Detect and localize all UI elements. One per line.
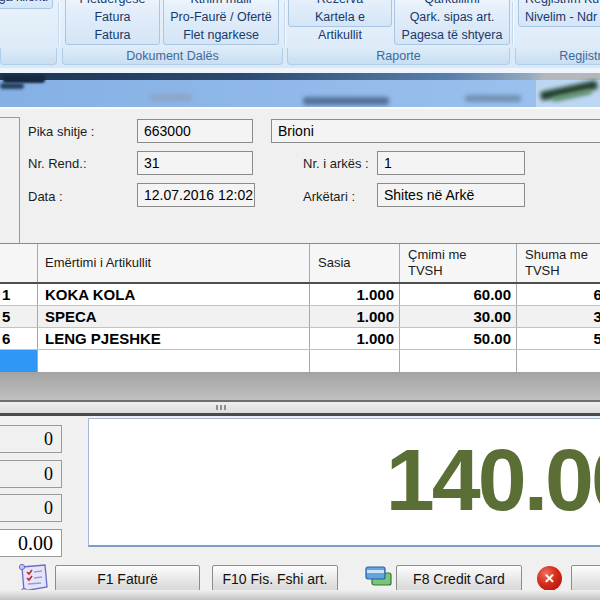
ribbon-separator — [512, 2, 514, 46]
ribbon-group-text: Regjistr — [559, 49, 600, 63]
table-row[interactable]: 5 SPECA 1.000 30.00 30.00 — [0, 306, 600, 328]
ribbon-button-kartela[interactable]: Rezerva Kartela e Artikullit — [288, 0, 392, 27]
splitter-handle[interactable] — [216, 405, 226, 410]
articles-table: Emërtimi i Artikullit Sasia Çmimi me TVS… — [0, 243, 600, 373]
ribbon-button-line: Nivelim - Ndr — [525, 8, 600, 26]
article-qty: 1.000 — [310, 306, 400, 327]
credit-card-icon[interactable] — [365, 564, 393, 592]
ribbon-button-line: Regjistrim Ku — [525, 0, 600, 8]
article-qty: 1.000 — [310, 328, 400, 349]
article-sum: 50.00 — [517, 328, 600, 349]
article-price: 30.00 — [400, 306, 517, 327]
nr-rend-label: Nr. Rend.: — [28, 156, 87, 171]
groupbox-edge — [19, 117, 20, 243]
row-number: 1 — [0, 284, 38, 305]
splitter-bar[interactable] — [0, 402, 600, 413]
data-label: Data : — [28, 189, 63, 204]
ribbon-separator — [58, 2, 60, 46]
pika-shitje-name-field[interactable]: Brioni — [271, 119, 600, 143]
article-qty: 1.000 — [310, 284, 400, 305]
nr-arke-label: Nr. i arkës : — [303, 156, 369, 171]
ribbon-button-qarkullimi[interactable]: Qarkullimi Qark. sipas art. Pagesa të sh… — [394, 0, 510, 45]
table-row[interactable]: 1 KOKA KOLA 1.000 60.00 60.00 — [0, 284, 600, 306]
selected-row-indicator — [0, 350, 38, 372]
ribbon-button-line: Fletdërgese — [70, 0, 155, 8]
ribbon-button-line: Rezerva — [293, 0, 387, 8]
row-number-header — [0, 244, 38, 282]
divider — [0, 107, 600, 109]
nr-arke-field[interactable]: 1 — [377, 151, 525, 175]
f1-fature-button[interactable]: F1 Faturë — [55, 565, 200, 593]
ribbon-button-oferte[interactable]: Kthim malli Pro-Faurë / Ofertë Flet ngar… — [163, 0, 279, 45]
ribbon-button-nivelim[interactable]: Regjistrim Ku Nivelim - Ndr — [518, 0, 600, 27]
qty-header: Sasia — [310, 244, 400, 282]
empty-cell — [310, 350, 400, 372]
blurred-text — [3, 75, 45, 83]
title-bar — [0, 73, 600, 80]
ribbon-button-line: Qark. sipas art. — [399, 8, 505, 26]
ribbon-button-line: Pagesa të shtyera — [399, 26, 505, 44]
amount-box: 0.00 — [0, 529, 62, 557]
blurred-text — [0, 83, 24, 89]
data-field[interactable]: 12.07.2016 12:02 — [137, 183, 255, 207]
ribbon-button-line: Flet ngarkese — [168, 26, 274, 44]
header-line: TVSH — [408, 263, 511, 279]
ribbon-button-client-payment[interactable]: ga klienti — [0, 0, 53, 9]
article-name: KOKA KOLA — [38, 284, 310, 305]
new-entry-row[interactable] — [0, 350, 600, 373]
blurred-text — [150, 94, 192, 101]
ribbon-button-line: Pro-Faurë / Ofertë — [168, 8, 274, 26]
article-price: 50.00 — [400, 328, 517, 349]
empty-cell — [517, 350, 600, 372]
counter-box-3: 0 — [0, 494, 62, 522]
price-header: Çmimi me TVSH — [400, 244, 517, 282]
blurred-text — [303, 97, 389, 105]
table-header-row: Emërtimi i Artikullit Sasia Çmimi me TVS… — [0, 244, 600, 284]
empty-cell — [400, 350, 517, 372]
arketari-field[interactable]: Shites në Arkë — [377, 183, 525, 207]
table-background — [0, 372, 600, 400]
row-number: 6 — [0, 328, 38, 349]
empty-cell — [38, 350, 310, 372]
ribbon-button-line: Qarkullimi — [399, 0, 505, 8]
article-sum: 60.00 — [517, 284, 600, 305]
ribbon-group-label — [0, 48, 57, 65]
header-line: Çmimi me — [408, 247, 511, 263]
header-line: TVSH — [525, 263, 600, 279]
article-price: 60.00 — [400, 284, 517, 305]
name-header: Emërtimi i Artikullit — [38, 244, 310, 282]
ribbon-group-dokument-dales: Dokument Dalës — [62, 48, 283, 65]
panel-bottom-edge — [0, 590, 600, 600]
pika-shitje-label: Pika shitje : — [28, 124, 94, 139]
row-number: 5 — [0, 306, 38, 327]
grand-total-display: 140.00 — [88, 418, 600, 547]
ribbon-group-text: Dokument Dalës — [126, 49, 218, 63]
blurred-text — [465, 95, 521, 102]
f10-fshi-art-button[interactable]: F10 Fis. Fshi art. — [212, 565, 338, 593]
close-icon[interactable]: ✕ — [537, 566, 562, 591]
table-row[interactable]: 6 LENG PJESHKE 1.000 50.00 50.00 — [0, 328, 600, 350]
document-header-bar — [0, 80, 600, 107]
article-sum: 30.00 — [517, 306, 600, 327]
article-name: LENG PJESHKE — [38, 328, 310, 349]
ribbon-button-fatura[interactable]: Fletdërgese Fatura Fatura Devizore — [65, 0, 160, 45]
ribbon-button-line: Kartela e Artikullit — [293, 8, 387, 44]
header-line: Shuma me — [525, 247, 600, 263]
pika-shitje-code-field[interactable]: 663000 — [137, 119, 253, 143]
ribbon-separator — [284, 2, 286, 46]
article-name: SPECA — [38, 306, 310, 327]
ribbon-button-line: ga klienti — [0, 0, 48, 6]
nr-rend-field[interactable]: 31 — [137, 151, 253, 175]
ribbon-button-line: Kthim malli — [168, 0, 274, 8]
partial-button[interactable] — [571, 565, 600, 593]
counter-box-2: 0 — [0, 460, 62, 488]
splitter-edge — [0, 413, 600, 416]
ribbon-button-line: Fatura — [70, 8, 155, 26]
ribbon-toolbar: ga klienti Fletdërgese Fatura Fatura Dev… — [0, 0, 600, 68]
ribbon-group-text: Raporte — [376, 49, 420, 63]
f8-credit-card-button[interactable]: F8 Credit Card — [396, 565, 522, 593]
ribbon-group-raporte: Raporte — [287, 48, 510, 65]
groupbox-edge — [0, 117, 19, 118]
counter-box-1: 0 — [0, 425, 62, 453]
ribbon-group-regjistr: Regjistr — [515, 48, 600, 65]
